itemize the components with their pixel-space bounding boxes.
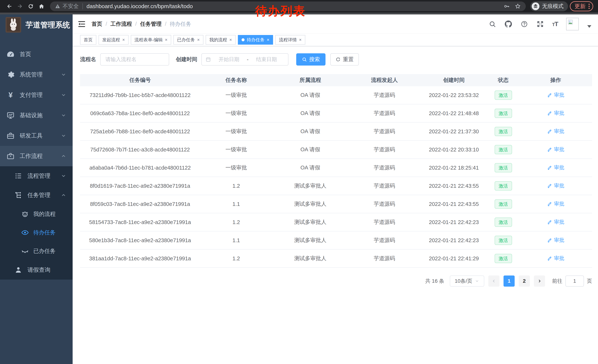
page-button-1[interactable]: 1 xyxy=(504,275,515,287)
table-row: a6aba0a4-7b6d-11ec-b781-acde48001122 一级审… xyxy=(80,159,592,177)
process-cell: 测试多审批人 xyxy=(272,200,348,208)
starter-cell: 芋道源码 xyxy=(348,146,421,153)
chevron-down-icon xyxy=(61,72,66,77)
sidebar-item-done-tasks[interactable]: 已办任务 xyxy=(0,242,73,260)
sidebar-item-my-process[interactable]: 我的流程 xyxy=(0,205,73,223)
close-icon[interactable]: × xyxy=(122,37,125,42)
action-cell: 审批 xyxy=(519,110,592,117)
sidebar-item-workflow[interactable]: 工作流程 xyxy=(0,146,73,166)
reset-button[interactable]: 重置 xyxy=(330,53,359,65)
browser-update-button[interactable]: 更新 xyxy=(570,1,593,11)
starter-cell: 芋道源码 xyxy=(348,200,421,208)
bookmark-star-icon[interactable] xyxy=(515,3,521,9)
avatar[interactable] xyxy=(566,18,579,30)
chevron-down-icon xyxy=(61,113,66,118)
tab-start-process[interactable]: 发起流程× xyxy=(99,35,129,45)
sidebar-item-infrastructure[interactable]: 基础设施 xyxy=(0,105,73,126)
incognito-label: 无痕模式 xyxy=(542,3,564,10)
sidebar-item-label: 首页 xyxy=(20,50,31,58)
edit-pencil-icon xyxy=(547,183,552,188)
approve-link[interactable]: 审批 xyxy=(547,200,565,207)
task-id-cell: 8f0d1619-7ac8-11ec-a9e2-a2380e71991a xyxy=(80,183,200,189)
search-button[interactable]: 搜索 xyxy=(296,53,325,65)
browser-back-icon[interactable] xyxy=(5,2,14,11)
sidebar-item-todo-tasks[interactable]: 待办任务 xyxy=(0,223,73,242)
sidebar-item-system[interactable]: 系统管理 xyxy=(0,65,73,85)
browser-home-icon[interactable] xyxy=(37,2,46,11)
tab-done-tasks[interactable]: 已办任务× xyxy=(173,35,203,45)
sidebar-item-home[interactable]: 首页 xyxy=(0,44,73,65)
close-icon[interactable]: × xyxy=(197,37,200,42)
close-icon[interactable]: × xyxy=(165,37,167,42)
annotation-overlay: 待办列表 xyxy=(255,3,306,19)
task-name-cell: 1.2 xyxy=(200,256,272,262)
password-key-icon[interactable] xyxy=(504,3,510,9)
process-cell: 测试多审批人 xyxy=(272,255,348,262)
tab-todo-tasks[interactable]: 待办任务× xyxy=(238,35,273,45)
approve-link[interactable]: 审批 xyxy=(547,164,565,171)
page-button-2[interactable]: 2 xyxy=(519,275,530,287)
tab-process-detail[interactable]: 流程详情× xyxy=(275,35,305,45)
avatar-dropdown-caret[interactable] xyxy=(587,25,591,28)
help-icon[interactable] xyxy=(520,20,528,28)
sidebar-item-devtools[interactable]: 研发工具 xyxy=(0,126,73,146)
create-time-cell: 2022-01-22 20:33:10 xyxy=(421,147,487,153)
status-cell: 激活 xyxy=(487,109,519,118)
next-page-button[interactable] xyxy=(534,275,545,287)
task-name-cell: 1.2 xyxy=(200,219,272,225)
goto-page-input[interactable] xyxy=(565,275,584,287)
update-label[interactable]: 更新 xyxy=(574,3,586,10)
search-icon[interactable] xyxy=(489,20,496,28)
task-id-cell: 8f059c03-7ac8-11ec-a9e2-a2380e71991a xyxy=(80,201,200,207)
browser-reload-icon[interactable] xyxy=(26,2,35,11)
end-date-placeholder[interactable]: 结束日期 xyxy=(249,56,284,63)
approve-link[interactable]: 审批 xyxy=(547,146,565,153)
sidebar-collapse-icon[interactable] xyxy=(77,20,86,28)
sidebar-item-task-management[interactable]: 任务管理 xyxy=(0,186,73,205)
sidebar-item-process-management[interactable]: 流程管理 xyxy=(0,166,73,186)
breadcrumb-current: 待办任务 xyxy=(170,20,191,28)
approve-link[interactable]: 审批 xyxy=(547,91,565,98)
prev-page-button[interactable] xyxy=(488,275,499,287)
status-cell: 激活 xyxy=(487,127,519,136)
status-cell: 激活 xyxy=(487,145,519,154)
date-range-picker[interactable]: 开始日期 - 结束日期 xyxy=(201,53,288,65)
breadcrumb-home[interactable]: 首页 xyxy=(91,20,102,28)
approve-link[interactable]: 审批 xyxy=(547,237,565,244)
page-unit-label: 页 xyxy=(587,277,592,284)
tab-my-process[interactable]: 我的流程× xyxy=(206,35,236,45)
process-name-input[interactable] xyxy=(100,53,169,65)
close-icon[interactable]: × xyxy=(229,37,232,42)
url-text[interactable]: dashboard.yudao.iocoder.cn/bpm/task/todo xyxy=(86,3,193,9)
approve-link[interactable]: 审批 xyxy=(547,218,565,226)
status-cell: 激活 xyxy=(487,181,519,191)
start-date-placeholder[interactable]: 开始日期 xyxy=(211,56,247,63)
github-icon[interactable] xyxy=(505,20,512,28)
tab-home[interactable]: 首页 xyxy=(80,35,96,45)
create-time-cell: 2022-01-22 21:37:30 xyxy=(421,129,487,135)
browser-forward-icon[interactable] xyxy=(16,2,25,11)
browser-menu-icon[interactable] xyxy=(589,4,590,9)
approve-link[interactable]: 审批 xyxy=(547,182,565,189)
page-size-select[interactable]: 10条/页 xyxy=(450,275,484,287)
sidebar-item-label: 基础设施 xyxy=(20,112,43,119)
status-badge: 激活 xyxy=(495,254,512,263)
close-icon[interactable]: × xyxy=(267,37,269,42)
sidebar-item-leave-query[interactable]: 请假查询 xyxy=(0,260,73,280)
security-label[interactable]: 不安全 xyxy=(63,3,79,10)
breadcrumb-task-management[interactable]: 任务管理 xyxy=(140,20,162,28)
edit-pencil-icon xyxy=(547,111,552,116)
fullscreen-icon[interactable] xyxy=(536,20,544,28)
approve-link[interactable]: 审批 xyxy=(547,128,565,135)
tree-icon xyxy=(14,191,23,199)
approve-link[interactable]: 审批 xyxy=(547,110,565,117)
approve-link[interactable]: 审批 xyxy=(547,255,565,262)
font-size-icon[interactable]: TT xyxy=(552,20,558,28)
close-icon[interactable]: × xyxy=(299,37,302,42)
tab-form-edit[interactable]: 流程表单-编辑× xyxy=(131,35,171,45)
sidebar-item-payment[interactable]: ¥ 支付管理 xyxy=(0,85,73,105)
app-logo-row[interactable]: 芋道管理系统 xyxy=(0,15,73,35)
breadcrumb: 首页 / 工作流程 / 任务管理 / 待办任务 xyxy=(91,20,191,28)
breadcrumb-workflow[interactable]: 工作流程 xyxy=(110,20,132,28)
tags-view: 首页 发起流程× 流程表单-编辑× 已办任务× 我的流程× 待办任务× 流程详情… xyxy=(73,34,598,46)
